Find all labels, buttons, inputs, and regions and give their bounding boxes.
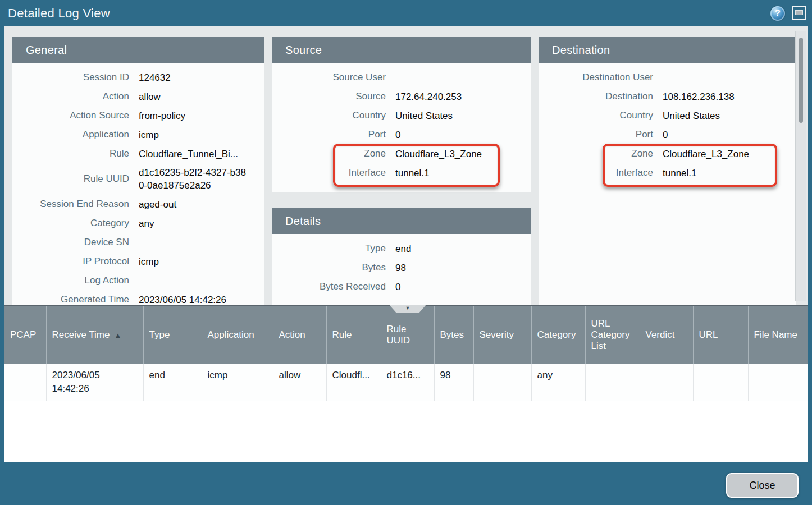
field-destination: Destination 108.162.236.138 (539, 87, 796, 106)
field-action: Action allow (12, 87, 264, 106)
cell-action: allow (273, 364, 326, 401)
cell-rule: Cloudfl... (326, 364, 381, 401)
field-destination-port: Port 0 (539, 125, 796, 144)
chevron-down-icon: ▼ (405, 305, 410, 311)
field-application: Application icmp (12, 125, 264, 144)
field-generated-time: Generated Time 2023/06/05 14:42:26 (12, 290, 264, 305)
log-detail-panels-section: General Session ID 124632 Action allow A… (4, 26, 808, 305)
field-session-id: Session ID 124632 (12, 68, 264, 87)
destination-panel-title: Destination (539, 37, 796, 63)
column-header-application[interactable]: Application (202, 306, 273, 364)
source-panel-title: Source (272, 37, 531, 63)
sort-ascending-icon: ▲ (114, 331, 121, 339)
column-header-verdict[interactable]: Verdict (640, 306, 693, 364)
field-category: Category any (12, 214, 264, 233)
source-panel-body: Source User Source 172.64.240.253 Countr… (272, 63, 531, 182)
field-destination-zone: Zone Cloudflare_L3_Zone (539, 144, 796, 163)
general-panel-title: General (12, 37, 264, 63)
field-source-country: Country United States (272, 106, 531, 125)
column-header-rule[interactable]: Rule (326, 306, 381, 364)
cell-category: any (531, 364, 585, 401)
field-log-action: Log Action (12, 271, 264, 290)
field-bytes-received: Bytes Received 0 (272, 277, 531, 296)
dialog-titlebar: Detailed Log View ? (0, 0, 812, 26)
column-header-category[interactable]: Category (531, 306, 585, 364)
log-table: PCAP Receive Time▲ Type Application Acti… (4, 306, 808, 401)
panels-vertical-scrollbar[interactable] (795, 31, 806, 301)
column-header-url[interactable]: URL (693, 306, 748, 364)
panels-vertical-scrollbar-thumb[interactable] (799, 38, 803, 123)
close-button[interactable]: Close (726, 473, 799, 498)
column-header-action[interactable]: Action (273, 306, 326, 364)
cell-pcap (4, 364, 46, 401)
field-rule-uuid: Rule UUID d1c16235-b2f2-4327-b380-0ae187… (12, 163, 264, 195)
column-header-rule-uuid[interactable]: Rule UUID (381, 306, 434, 364)
field-device-sn: Device SN (12, 233, 264, 252)
cell-rule-uuid: d1c16... (381, 364, 434, 401)
cell-file-name (748, 364, 808, 401)
column-header-bytes[interactable]: Bytes (434, 306, 473, 364)
cell-application: icmp (202, 364, 273, 401)
help-icon[interactable]: ? (770, 6, 785, 21)
cell-type: end (143, 364, 202, 401)
field-bytes: Bytes 98 (272, 258, 531, 277)
log-table-section: ▼ PCAP Receive Time▲ Type Application Ac… (4, 305, 808, 462)
field-source-zone: Zone Cloudflare_L3_Zone (272, 144, 531, 163)
destination-panel: Destination Destination User Destination… (539, 37, 796, 305)
field-destination-country: Country United States (539, 106, 796, 125)
field-type: Type end (272, 239, 531, 258)
cell-verdict (640, 364, 693, 401)
table-header-row: PCAP Receive Time▲ Type Application Acti… (4, 306, 808, 364)
details-panel-body: Type end Bytes 98 Bytes Received 0 (272, 234, 531, 296)
destination-panel-body: Destination User Destination 108.162.236… (539, 63, 796, 182)
cell-receive-time: 2023/06/05 14:42:26 (46, 364, 143, 401)
column-header-type[interactable]: Type (143, 306, 202, 364)
field-action-source: Action Source from-policy (12, 106, 264, 125)
field-ip-protocol: IP Protocol icmp (12, 252, 264, 271)
field-source-user: Source User (272, 68, 531, 87)
dialog-title: Detailed Log View (8, 6, 110, 21)
column-header-pcap[interactable]: PCAP (4, 306, 46, 364)
field-destination-user: Destination User (539, 68, 796, 87)
restore-window-icon[interactable] (792, 6, 806, 20)
column-header-severity[interactable]: Severity (473, 306, 531, 364)
field-source-port: Port 0 (272, 125, 531, 144)
detailed-log-view-dialog: { "window": { "title": "Detailed Log Vie… (0, 0, 812, 505)
cell-url-category-list (585, 364, 640, 401)
table-row[interactable]: 2023/06/05 14:42:26 end icmp allow Cloud… (4, 364, 808, 401)
field-destination-interface: Interface tunnel.1 (539, 163, 796, 182)
field-session-end-reason: Session End Reason aged-out (12, 195, 264, 214)
column-header-receive-time[interactable]: Receive Time▲ (46, 306, 143, 364)
column-header-file-name[interactable]: File Name (748, 306, 808, 364)
details-panel: Details Type end Bytes 98 Bytes Received… (272, 208, 531, 305)
source-panel: Source Source User Source 172.64.240.253… (272, 37, 531, 192)
field-source-interface: Interface tunnel.1 (272, 163, 531, 182)
cell-url (693, 364, 748, 401)
restore-window-icon-glyph (795, 10, 803, 15)
cell-bytes: 98 (434, 364, 473, 401)
field-source: Source 172.64.240.253 (272, 87, 531, 106)
cell-severity (473, 364, 531, 401)
general-panel: General Session ID 124632 Action allow A… (12, 37, 264, 305)
general-panel-body: Session ID 124632 Action allow Action So… (12, 63, 264, 305)
field-rule: Rule Cloudflare_Tunnel_Bi... (12, 144, 264, 163)
details-panel-title: Details (272, 208, 531, 234)
column-header-url-category-list[interactable]: URL Category List (585, 306, 640, 364)
